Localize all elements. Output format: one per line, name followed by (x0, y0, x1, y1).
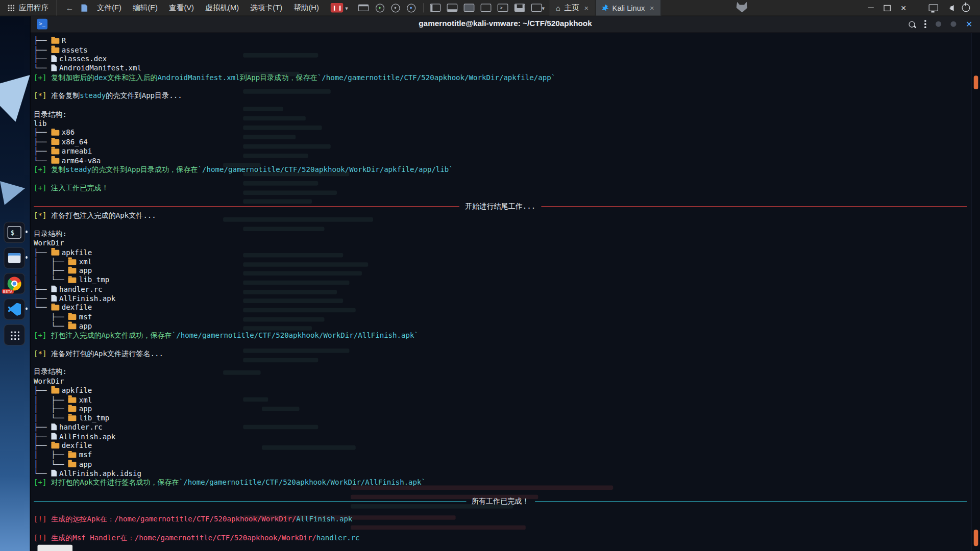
terminal-line: ├── R (34, 36, 972, 45)
menu-help[interactable]: 帮助(H) (288, 0, 325, 16)
minimize-icon[interactable] (936, 21, 941, 27)
vm-device-status (929, 0, 970, 16)
terminal-blank-line (34, 340, 972, 349)
terminal-text: 到App目录成功，保存在 (240, 73, 317, 82)
scrollbar-marker[interactable] (974, 76, 978, 89)
home-icon: ⌂ (556, 4, 560, 12)
terminal-blank-line (34, 174, 972, 184)
file-icon (51, 469, 57, 476)
terminal-text: 生成的远控Apk在： (51, 515, 114, 523)
power-device-icon[interactable] (962, 4, 970, 12)
unity-mode-icon[interactable] (480, 4, 491, 12)
terminal-line: [+] 对打包的Apk文件进行签名成功，保存在`/home/gamernotit… (34, 478, 972, 487)
terminal-text: lib_tmp (79, 276, 109, 284)
fullscreen-icon[interactable] (463, 4, 474, 12)
dock-item-app-grid[interactable] (4, 324, 25, 346)
view-chevron-icon[interactable]: ▾ (542, 5, 545, 11)
tab-close-icon[interactable]: × (584, 4, 589, 12)
maximize-icon[interactable] (951, 21, 957, 27)
minimize-icon[interactable] (868, 7, 874, 8)
terminal-line: WorkDir (34, 239, 972, 248)
folder-icon (68, 397, 77, 403)
menu-view[interactable]: 查看(V) (163, 0, 200, 16)
terminal-line: │ └── lib_tmp (34, 414, 972, 423)
vscode-icon (8, 303, 21, 316)
applications-button[interactable]: 应用程序 (0, 0, 57, 16)
terminal-line: ├── dexfile (34, 441, 972, 450)
dock-item-file-manager[interactable] (4, 247, 25, 269)
menu-tabs[interactable]: 选项卡(T) (244, 0, 288, 16)
running-indicator (26, 256, 28, 258)
desktop-wallpaper: $_BETA (0, 16, 30, 551)
menu-vm[interactable]: 虚拟机(M) (200, 0, 244, 16)
terminal-icon: $_ (8, 226, 21, 238)
file-icon (51, 294, 57, 301)
terminal-text: 生成的Msf Handler在： (51, 533, 135, 542)
back-icon[interactable]: ← (66, 3, 74, 12)
terminal-text: /home/gamernotitle/CTF/520apkhook/WorkDi… (114, 515, 296, 523)
terminal-text: WorkDir (34, 377, 64, 386)
terminal-text: app (79, 460, 92, 468)
search-icon[interactable] (909, 21, 915, 27)
terminal-line: [*] 准备打包注入完成的Apk文件... (34, 211, 972, 220)
document-icon[interactable] (81, 4, 87, 12)
monitor-view-icon[interactable] (531, 4, 542, 12)
folder-icon (51, 47, 59, 53)
scrollbar-handle[interactable] (974, 530, 978, 546)
terminal-text: handler.rc (59, 285, 103, 293)
menu-kebab-icon[interactable] (924, 23, 926, 25)
terminal-text: [+] (34, 331, 51, 339)
display-device-icon[interactable] (929, 5, 938, 11)
terminal-text: ├── (34, 45, 51, 54)
wallpaper-shape (0, 75, 30, 122)
folder-icon (51, 148, 59, 154)
terminal-text: xml (79, 395, 92, 404)
terminal-titlebar[interactable]: >_ gamernotitle@kali-vmware: ~/CTF/520ap… (31, 16, 980, 33)
terminal-text: 打包注入完成的Apk文件成功，保存在 (51, 331, 172, 339)
snapshot-take-icon[interactable] (376, 4, 384, 12)
console-icon[interactable]: >_ (498, 4, 508, 12)
separator-text: 所有工作已完成！ (472, 496, 529, 506)
running-indicator (26, 307, 28, 309)
terminal-text: 对打包的Apk文件进行签名成功，保存在 (51, 478, 179, 487)
separator-text: 开始进行结尾工作... (465, 202, 535, 211)
terminal-line: 目录结构: (34, 368, 972, 377)
menu-edit[interactable]: 编辑(E) (127, 0, 163, 16)
library-icon[interactable] (514, 4, 525, 12)
terminal-text: apkfile (62, 248, 92, 257)
close-icon[interactable]: ✕ (966, 19, 972, 29)
folder-icon (68, 259, 77, 265)
terminal-text: handler.rc (59, 423, 103, 432)
tab-kali[interactable]: Kali Linux× (596, 0, 662, 16)
dock-item-terminal[interactable]: $_ (4, 222, 25, 243)
printer-icon[interactable] (358, 5, 369, 11)
dock-item-chrome-beta[interactable]: BETA (4, 273, 25, 294)
sidebar-toggle-icon[interactable] (430, 4, 440, 12)
terminal-text: ├── (34, 294, 51, 303)
separator-line (34, 501, 466, 502)
maximize-icon[interactable] (884, 5, 891, 11)
terminal-line: ├── x86 (34, 128, 972, 137)
terminal-text: 的壳文件到App目录成功，保存在 (91, 165, 198, 174)
file-icon (51, 55, 57, 62)
tab-home[interactable]: ⌂主页× (550, 0, 596, 16)
statusbar-toggle-icon[interactable] (447, 4, 457, 12)
scrollbar[interactable] (971, 33, 980, 551)
terminal-text: dexfile (62, 303, 92, 312)
tab-close-icon[interactable]: × (650, 4, 654, 12)
terminal-text: 目录结构: (34, 368, 67, 377)
dock-item-vscode[interactable] (4, 298, 25, 320)
menu-file[interactable]: 文件(F) (91, 0, 127, 16)
vm-power-button[interactable]: ▾ (331, 3, 348, 12)
snapshot-revert-icon[interactable] (391, 4, 400, 12)
close-icon[interactable]: × (901, 5, 906, 11)
sound-device-icon[interactable] (946, 5, 954, 11)
snapshot-manager-icon[interactable] (407, 4, 415, 12)
file-icon (51, 433, 57, 439)
file-manager-icon (8, 253, 20, 263)
terminal-line: │ ├── xml (34, 395, 972, 405)
terminal-output[interactable]: ├── R├── assets├── classes.dex└── Androi… (31, 33, 972, 551)
terminal-separator: 开始进行结尾工作... (34, 202, 972, 211)
terminal-text: classes.dex (59, 55, 107, 63)
terminal-text: AllFinish.apk (59, 294, 115, 303)
